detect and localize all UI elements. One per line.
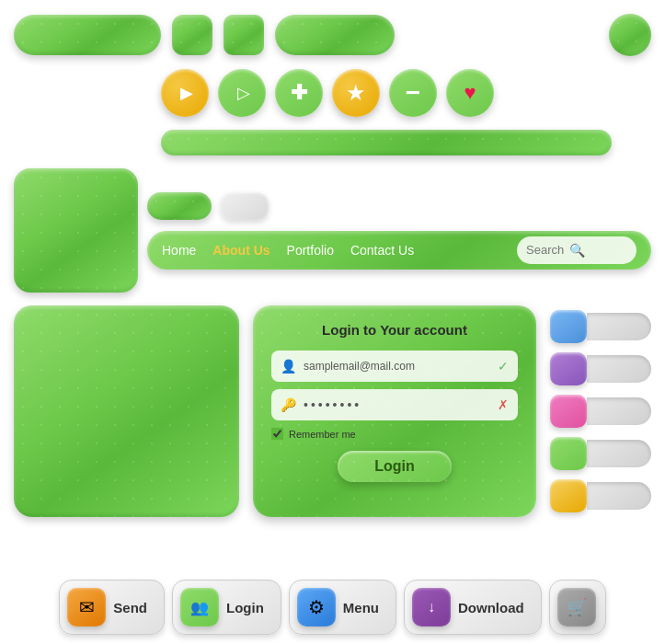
- login-icon: 👥: [180, 588, 219, 627]
- send-icon: ✉: [67, 588, 106, 627]
- email-field-container: 👤 ✓: [271, 351, 518, 382]
- toggle-knob-green[interactable]: [550, 437, 587, 470]
- play-button-green-outline[interactable]: ▷: [218, 69, 266, 117]
- toggle-knob-pink[interactable]: [550, 395, 587, 428]
- toggle-track-pink[interactable]: [587, 397, 651, 425]
- medium-button-1[interactable]: [275, 15, 395, 55]
- cart-icon: 🛒: [557, 588, 596, 627]
- login-title: Login to Your account: [271, 322, 518, 338]
- toggle-track-purple[interactable]: [587, 355, 651, 383]
- toggles-column: [550, 305, 651, 517]
- star-icon: ★: [346, 80, 366, 106]
- progress-bar[interactable]: [161, 130, 612, 155]
- large-bottom-square[interactable]: [14, 305, 239, 517]
- password-field-container: 🔑 ✗: [271, 389, 518, 420]
- nav-item-home[interactable]: Home: [162, 243, 196, 258]
- toggle-track-blue[interactable]: [587, 313, 651, 340]
- circle-button-1[interactable]: [609, 14, 651, 56]
- search-input-text: Search: [526, 243, 564, 257]
- search-box[interactable]: Search 🔍: [517, 236, 636, 264]
- toggle-yellow: [550, 479, 651, 512]
- main-container: ▶ ▷ ✚ ★ − ♥: [0, 0, 665, 644]
- login-bottom-label: Login: [226, 600, 264, 615]
- menu-label: Menu: [343, 600, 379, 615]
- login-bottom-button[interactable]: 👥 Login: [172, 580, 281, 635]
- toggle-green: [550, 437, 651, 470]
- toggle-purple: [550, 352, 651, 385]
- nav-item-about[interactable]: About Us: [212, 243, 269, 258]
- nav-item-contact[interactable]: Contact Us: [350, 243, 414, 258]
- icon-button-row: ▶ ▷ ✚ ★ − ♥: [14, 69, 651, 117]
- play-icon: ▶: [180, 83, 193, 103]
- toggle-knob-blue[interactable]: [550, 310, 587, 343]
- nav-section: Home About Us Portfolio Contact Us Searc…: [147, 192, 651, 270]
- send-button[interactable]: ✉ Send: [59, 580, 165, 635]
- bottom-button-bar: ✉ Send 👥 Login ⚙ Menu ↓ Download 🛒: [0, 580, 665, 635]
- toggle-track-yellow[interactable]: [587, 482, 651, 510]
- top-button-row: [14, 14, 651, 56]
- download-icon: ↓: [412, 588, 451, 627]
- cart-button[interactable]: 🛒: [549, 580, 606, 635]
- third-row: Home About Us Portfolio Contact Us Searc…: [14, 168, 651, 293]
- remember-me-row: Remember me: [271, 428, 518, 440]
- remember-checkbox[interactable]: [271, 428, 283, 440]
- bottom-section: Login to Your account 👤 ✓ 🔑 ✗ Remember m…: [14, 305, 651, 517]
- small-white-rect[interactable]: [221, 192, 269, 220]
- plus-button[interactable]: ✚: [275, 69, 323, 117]
- toggle-knob-purple[interactable]: [550, 352, 587, 385]
- menu-icon: ⚙: [297, 588, 336, 627]
- square-button-1[interactable]: [172, 15, 212, 55]
- play-outline-icon: ▷: [237, 83, 250, 103]
- search-icon: 🔍: [569, 243, 585, 258]
- large-square-button[interactable]: [14, 168, 138, 293]
- heart-icon: ♥: [464, 81, 476, 105]
- toggle-pink: [550, 395, 651, 428]
- minus-button[interactable]: −: [389, 69, 437, 117]
- password-input[interactable]: [304, 397, 490, 412]
- wide-button-1[interactable]: [14, 15, 161, 55]
- menu-button[interactable]: ⚙ Menu: [289, 580, 396, 635]
- email-input[interactable]: [304, 360, 490, 373]
- heart-button[interactable]: ♥: [446, 69, 494, 117]
- times-icon: ✗: [498, 397, 509, 412]
- square-button-2[interactable]: [224, 15, 264, 55]
- minus-icon: −: [406, 80, 420, 106]
- check-icon: ✓: [498, 359, 509, 374]
- user-icon: 👤: [281, 359, 296, 374]
- download-button[interactable]: ↓ Download: [404, 580, 542, 635]
- progress-bar-section: [14, 130, 651, 155]
- toggle-track-green[interactable]: [587, 440, 651, 467]
- remember-label: Remember me: [289, 429, 356, 440]
- toggle-blue: [550, 310, 651, 343]
- small-button-row: [147, 192, 651, 220]
- toggle-knob-yellow[interactable]: [550, 479, 587, 512]
- key-icon: 🔑: [281, 397, 296, 412]
- navigation-bar: Home About Us Portfolio Contact Us Searc…: [147, 231, 651, 270]
- login-button[interactable]: Login: [338, 451, 452, 482]
- play-button-yellow[interactable]: ▶: [161, 69, 209, 117]
- login-panel: Login to Your account 👤 ✓ 🔑 ✗ Remember m…: [253, 305, 536, 517]
- nav-item-portfolio[interactable]: Portfolio: [287, 243, 334, 258]
- download-label: Download: [458, 600, 524, 615]
- star-button[interactable]: ★: [332, 69, 380, 117]
- small-green-rect[interactable]: [147, 192, 212, 220]
- plus-icon: ✚: [291, 81, 307, 105]
- send-label: Send: [113, 600, 147, 615]
